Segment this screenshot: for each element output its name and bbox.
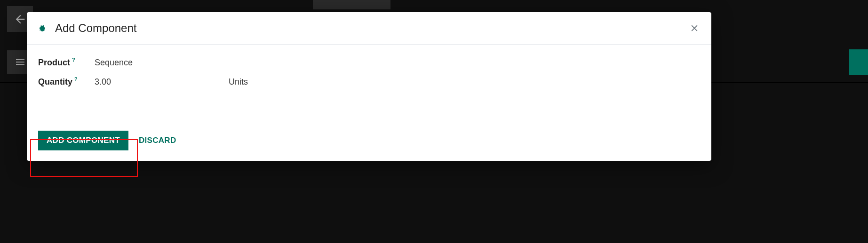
quantity-value[interactable]: 3.00: [95, 77, 229, 87]
modal-footer: Add Component Discard: [27, 122, 711, 161]
add-component-button[interactable]: Add Component: [38, 131, 128, 150]
quantity-label: Quantity ?: [38, 77, 95, 87]
background-teal-block: [849, 49, 868, 75]
add-component-modal: Add Component Product ? Sequence Quantit…: [27, 12, 711, 161]
discard-button[interactable]: Discard: [139, 136, 176, 145]
bug-icon[interactable]: [38, 24, 47, 32]
arrow-left-icon: [14, 13, 27, 26]
close-icon: [690, 24, 699, 33]
modal-title: Add Component: [55, 22, 136, 35]
close-button[interactable]: [687, 21, 702, 36]
modal-header: Add Component: [27, 12, 711, 45]
quantity-unit[interactable]: Units: [229, 77, 248, 87]
product-value[interactable]: Sequence: [95, 58, 229, 68]
product-help-icon[interactable]: ?: [72, 57, 75, 63]
quantity-row: Quantity ? 3.00 Units: [38, 77, 700, 87]
modal-body: Product ? Sequence Quantity ? 3.00 Units: [27, 45, 711, 122]
product-row: Product ? Sequence: [38, 58, 700, 68]
background-tab: [313, 0, 390, 9]
product-label: Product ?: [38, 58, 95, 68]
product-label-text: Product: [38, 58, 70, 68]
quantity-help-icon[interactable]: ?: [74, 76, 78, 82]
hamburger-icon: [15, 56, 26, 68]
quantity-label-text: Quantity: [38, 77, 72, 87]
